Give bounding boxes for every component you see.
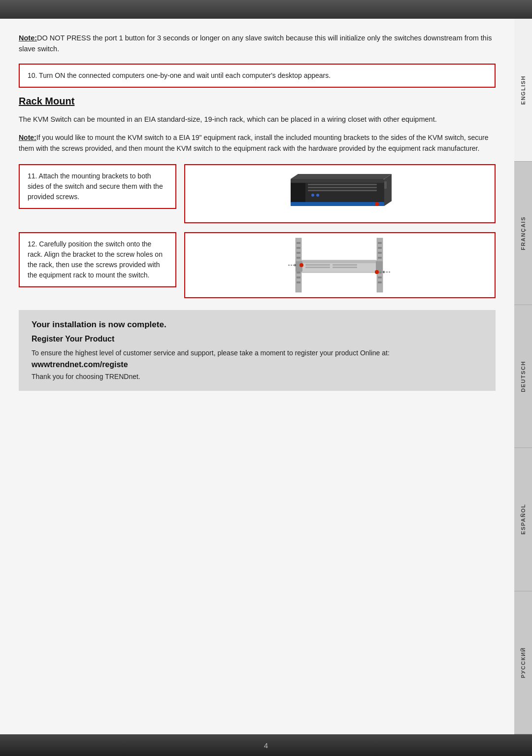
rack-mount-body: The KVM Switch can be mounted in an EIA … xyxy=(19,114,496,125)
main-content: Note:DO NOT PRESS the port 1 button for … xyxy=(0,19,514,734)
footer-section: Your installation is now complete. Regis… xyxy=(19,310,496,391)
svg-rect-34 xyxy=(301,260,377,263)
rack-mount-note: Note:If you would like to mount the KVM … xyxy=(19,133,496,154)
step-11-row: 11. Attach the mounting brackets to both… xyxy=(19,164,496,223)
step-10-text: 10. Turn ON the connected computers one-… xyxy=(28,70,487,81)
page-number: 4 xyxy=(264,741,268,750)
svg-point-9 xyxy=(375,202,379,206)
thank-you-text: Thank you for choosing TRENDnet. xyxy=(32,373,140,380)
svg-rect-40 xyxy=(376,261,383,272)
step-12-box: 12. Carefully position the switch onto t… xyxy=(19,232,176,287)
svg-point-41 xyxy=(299,263,303,267)
top-note: Note:DO NOT PRESS the port 1 button for … xyxy=(19,33,496,55)
sidebar-tab-russian-label: РУССКИЙ xyxy=(520,647,526,678)
sidebar: ENGLISH FRANÇAIS DEUTSCH ESPAÑOL РУССКИЙ xyxy=(514,19,532,734)
register-body: To ensure the highest level of customer … xyxy=(32,349,390,357)
rack-mount-image xyxy=(184,232,496,298)
rack-mount-svg xyxy=(286,233,394,297)
step-11-box: 11. Attach the mounting brackets to both… xyxy=(19,164,176,209)
svg-rect-22 xyxy=(297,281,300,283)
note-prefix: Note: xyxy=(19,34,37,42)
svg-rect-12 xyxy=(384,181,387,189)
svg-rect-31 xyxy=(378,276,382,278)
sidebar-tab-english[interactable]: ENGLISH xyxy=(514,19,532,162)
svg-rect-5 xyxy=(308,184,377,185)
step-12-text: 12. Carefully position the switch onto t… xyxy=(28,239,167,280)
step-12-body: Carefully position the switch onto the r… xyxy=(28,240,163,279)
complete-text: Your installation is now complete. xyxy=(32,320,483,330)
svg-rect-2 xyxy=(291,179,384,183)
sidebar-tab-francais[interactable]: FRANÇAIS xyxy=(514,162,532,305)
svg-rect-35 xyxy=(305,264,330,266)
svg-marker-3 xyxy=(384,174,392,206)
top-bar xyxy=(0,0,532,19)
step-10-number: 10. xyxy=(28,71,37,79)
note-body-text: DO NOT PRESS the port 1 button for 3 sec… xyxy=(19,34,492,53)
sidebar-tab-francais-label: FRANÇAIS xyxy=(520,216,526,250)
svg-rect-21 xyxy=(297,276,300,278)
register-link: wwwtrendnet.com/registe xyxy=(32,360,128,369)
svg-rect-17 xyxy=(297,257,300,259)
step-12-row: 12. Carefully position the switch onto t… xyxy=(19,232,496,298)
svg-rect-20 xyxy=(297,272,300,274)
svg-rect-32 xyxy=(378,281,382,283)
sidebar-tab-english-label: ENGLISH xyxy=(520,75,526,104)
sidebar-tab-russian[interactable]: РУССКИЙ xyxy=(514,591,532,734)
sidebar-tab-deutsch-label: DEUTSCH xyxy=(520,361,526,392)
svg-rect-24 xyxy=(378,242,382,244)
rack-mount-heading: Rack Mount xyxy=(19,96,496,107)
step-10-body: Turn ON the connected computers one-by-o… xyxy=(39,71,331,79)
svg-rect-6 xyxy=(308,187,377,188)
step-11-body: Attach the mounting brackets to both sid… xyxy=(28,172,163,201)
svg-marker-4 xyxy=(291,174,392,179)
svg-rect-38 xyxy=(332,267,357,268)
svg-rect-1 xyxy=(291,179,305,206)
svg-rect-27 xyxy=(378,257,382,259)
svg-point-11 xyxy=(316,194,319,197)
svg-rect-14 xyxy=(297,242,300,244)
svg-point-10 xyxy=(311,194,314,197)
register-text: To ensure the highest level of customer … xyxy=(32,347,483,382)
rack-note-text: If you would like to mount the KVM switc… xyxy=(19,134,489,152)
bottom-bar: 4 xyxy=(0,734,532,756)
svg-point-42 xyxy=(375,270,379,274)
svg-rect-15 xyxy=(297,247,300,249)
svg-rect-8 xyxy=(291,202,384,206)
sidebar-tab-espanol[interactable]: ESPAÑOL xyxy=(514,448,532,591)
kvm-device-image xyxy=(184,164,496,223)
step-11-text: 11. Attach the mounting brackets to both… xyxy=(28,171,167,202)
svg-rect-16 xyxy=(297,252,300,254)
rack-note-prefix: Note: xyxy=(19,134,36,141)
svg-rect-25 xyxy=(378,247,382,249)
sidebar-tab-deutsch[interactable]: DEUTSCH xyxy=(514,305,532,448)
sidebar-tab-espanol-label: ESPAÑOL xyxy=(520,504,526,535)
kvm-device-svg xyxy=(286,167,394,221)
register-heading: Register Your Product xyxy=(32,335,483,344)
step-11-number: 11. xyxy=(28,172,37,180)
step-10-box: 10. Turn ON the connected computers one-… xyxy=(19,64,496,88)
svg-rect-7 xyxy=(308,190,377,191)
svg-rect-36 xyxy=(305,267,330,268)
svg-rect-37 xyxy=(332,264,357,266)
step-12-number: 12. xyxy=(28,240,37,248)
svg-rect-26 xyxy=(378,252,382,254)
